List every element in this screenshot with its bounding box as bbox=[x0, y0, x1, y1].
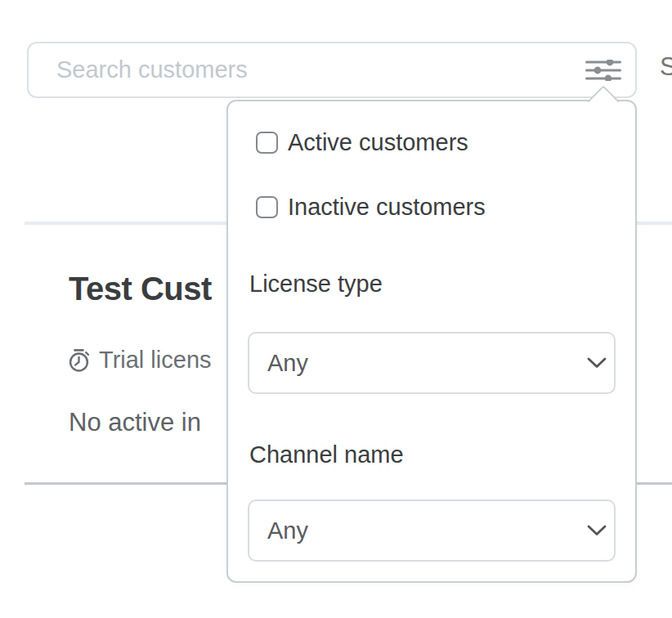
license-text: Trial licens bbox=[99, 347, 212, 374]
chevron-down-icon bbox=[587, 525, 607, 536]
filter-button[interactable] bbox=[584, 56, 623, 85]
channel-name-label: Channel name bbox=[249, 441, 404, 468]
inactive-customers-checkbox[interactable] bbox=[256, 196, 278, 218]
search-box bbox=[27, 42, 637, 98]
license-row: Trial licens bbox=[67, 347, 212, 374]
inactive-customers-row[interactable]: Inactive customers bbox=[256, 195, 486, 219]
app-screen: S Test Cust Trial licens No active in Ac… bbox=[0, 0, 672, 618]
active-customers-checkbox[interactable] bbox=[256, 132, 278, 154]
license-type-label: License type bbox=[249, 270, 383, 298]
channel-name-value: Any bbox=[249, 519, 308, 543]
customer-name-heading: Test Cust bbox=[69, 271, 212, 307]
chevron-down-icon bbox=[587, 357, 607, 369]
channel-name-select[interactable]: Any bbox=[248, 499, 616, 562]
clipped-right-label: S bbox=[660, 52, 672, 82]
filter-sliders-icon bbox=[585, 60, 621, 81]
stopwatch-icon bbox=[67, 348, 91, 373]
inactive-customers-label: Inactive customers bbox=[288, 195, 486, 219]
active-customers-label: Active customers bbox=[288, 131, 468, 154]
license-type-select[interactable]: Any bbox=[248, 332, 616, 394]
filter-popover: Active customers Inactive customers Lice… bbox=[226, 100, 637, 583]
active-customers-row[interactable]: Active customers bbox=[256, 131, 468, 154]
license-type-value: Any bbox=[249, 352, 308, 375]
customer-status-text: No active in bbox=[69, 408, 201, 437]
search-input[interactable] bbox=[56, 43, 580, 96]
